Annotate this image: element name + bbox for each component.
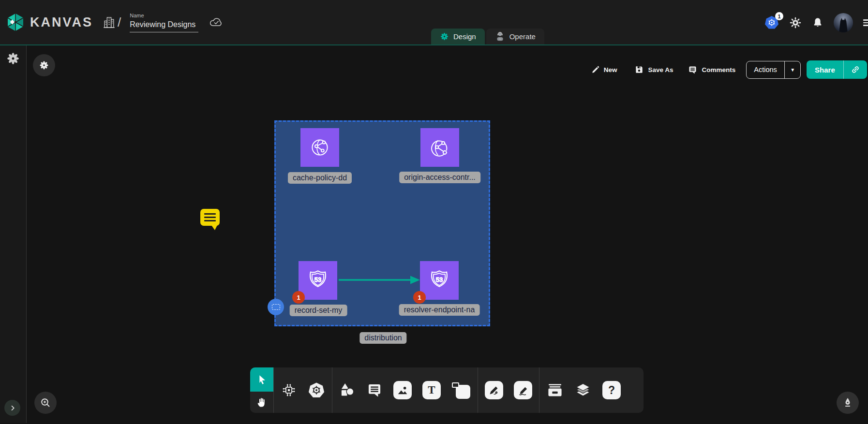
comment-bubble-icon <box>366 382 383 398</box>
tab-design-label: Design <box>453 32 476 41</box>
meshery-logo-icon[interactable] <box>6 51 20 68</box>
pen-tool[interactable] <box>485 381 503 399</box>
tab-operate-label: Operate <box>509 32 536 41</box>
pointer-tool-column <box>250 367 273 413</box>
zoom-in-button[interactable] <box>34 392 57 414</box>
quick-actions-button[interactable] <box>33 54 55 76</box>
copy-link-icon[interactable] <box>844 65 867 74</box>
magnifier-plus-icon <box>40 397 51 409</box>
error-badge-record-set[interactable]: 1 <box>292 291 305 304</box>
cloud-saved-icon <box>209 17 224 28</box>
user-avatar[interactable] <box>834 13 853 32</box>
help-tool[interactable]: ? <box>602 381 621 399</box>
infrastructure-components-tool[interactable] <box>281 382 297 398</box>
settings-gear-icon[interactable] <box>789 16 802 29</box>
main-area: New Save As Comments Actions ▼ Share <box>0 45 868 423</box>
tab-design[interactable]: Design <box>431 29 485 44</box>
select-tool-button[interactable] <box>250 367 273 392</box>
expand-sidebar-button[interactable] <box>4 400 20 416</box>
pen-mode-button[interactable] <box>837 392 859 414</box>
kanvas-hexagon-icon <box>7 13 24 31</box>
route53-shield-icon: 53 <box>305 267 331 293</box>
svg-text:53: 53 <box>314 276 321 283</box>
cursor-arrow-icon <box>256 374 267 385</box>
note-card-icon <box>451 381 471 399</box>
tab-operate[interactable]: Operate <box>486 29 544 44</box>
node-label-resolver-endpoint[interactable]: resolver-endpoint-na <box>399 304 480 316</box>
sketch-tool[interactable] <box>514 381 532 399</box>
drawer-icon <box>546 382 564 398</box>
breadcrumb-separator: / <box>118 15 121 30</box>
chevron-down-icon[interactable]: ▼ <box>785 67 800 73</box>
help-icon: ? <box>602 381 621 399</box>
comments-icon <box>688 65 698 75</box>
organization-icon[interactable] <box>103 16 116 29</box>
layers-tool[interactable] <box>574 382 592 398</box>
layers-icon <box>574 382 592 398</box>
media-tool[interactable] <box>393 381 412 399</box>
actions-label: Actions <box>747 66 784 73</box>
image-icon <box>393 381 412 399</box>
shapes-icon <box>339 382 356 398</box>
node-record-set[interactable]: 53 <box>299 261 337 300</box>
svg-text:53: 53 <box>436 276 443 283</box>
kubernetes-badge: 1 <box>775 12 783 20</box>
kubernetes-tool[interactable] <box>308 381 325 399</box>
notifications-bell-icon[interactable] <box>812 16 823 29</box>
share-label: Share <box>807 66 843 74</box>
menu-hamburger-icon[interactable] <box>863 19 868 26</box>
shapes-tool[interactable] <box>339 382 356 398</box>
pan-tool-button[interactable] <box>250 392 273 413</box>
pen-path-icon <box>485 381 503 399</box>
design-name-field: Name <box>130 13 198 32</box>
save-as-button[interactable]: Save As <box>634 65 673 74</box>
pencil-icon <box>591 65 600 74</box>
canvas-comment-marker[interactable] <box>200 209 220 226</box>
comments-button[interactable]: Comments <box>688 65 735 75</box>
kubernetes-helm-icon <box>308 381 325 399</box>
top-bar: KANVAS / Name <box>0 0 868 45</box>
drawing-tools-section <box>478 367 539 413</box>
save-icon <box>634 65 644 74</box>
kanvas-logo: KANVAS <box>7 13 93 31</box>
bottom-toolbar: T <box>250 367 644 413</box>
new-button[interactable]: New <box>591 65 617 74</box>
operator-icon <box>495 31 505 42</box>
kubernetes-context-icon[interactable]: 1 <box>764 15 779 30</box>
comment-tool[interactable] <box>366 382 383 398</box>
hand-icon <box>256 396 268 408</box>
text-icon: T <box>422 381 441 399</box>
actions-dropdown-button[interactable]: Actions ▼ <box>746 61 801 79</box>
node-cache-policy[interactable] <box>300 128 339 167</box>
error-badge-resolver-endpoint[interactable]: 1 <box>413 291 426 304</box>
node-label-record-set[interactable]: record-set-my <box>290 305 347 316</box>
pen-nib-icon <box>842 397 853 409</box>
node-label-cache-policy[interactable]: cache-policy-dd <box>288 172 352 184</box>
name-label: Name <box>130 13 198 18</box>
node-resolver-endpoint[interactable]: 53 <box>420 261 459 300</box>
pencil-sketch-icon <box>514 381 532 399</box>
dashed-rect-icon <box>272 304 280 310</box>
mode-tabs: Design Operate <box>431 29 544 44</box>
content-tools-section: T <box>332 367 478 413</box>
note-tool[interactable] <box>451 381 471 399</box>
flower-icon <box>38 59 50 71</box>
group-label-distribution[interactable]: distribution <box>359 332 406 344</box>
logo-text: KANVAS <box>30 15 93 30</box>
infra-tools-section <box>273 367 332 413</box>
comments-label: Comments <box>702 66 735 73</box>
group-selection-handle[interactable] <box>268 299 284 315</box>
edge-record-to-resolver[interactable] <box>338 275 421 285</box>
component-drawer-tool[interactable] <box>546 382 564 398</box>
node-label-origin-access[interactable]: origin-access-contr... <box>399 172 480 183</box>
node-origin-access-control[interactable] <box>420 128 459 167</box>
design-name-input[interactable] <box>130 19 198 32</box>
meshery-design-icon <box>440 32 449 41</box>
share-button[interactable]: Share <box>807 60 867 79</box>
globe-network-gear-icon <box>427 135 452 160</box>
save-as-label: Save As <box>648 66 673 73</box>
text-tool[interactable]: T <box>422 381 441 399</box>
route53-shield-icon: 53 <box>426 267 452 293</box>
chip-icon <box>281 382 297 398</box>
new-label: New <box>604 66 617 73</box>
